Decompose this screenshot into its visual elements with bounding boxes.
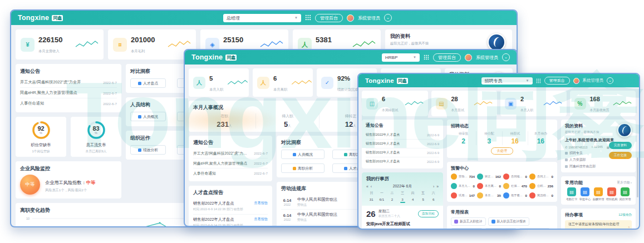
- warning-item[interactable]: 合同续签预警 0: [503, 173, 527, 180]
- sparkline: [613, 100, 632, 108]
- view-report-link[interactable]: 查看报告: [254, 217, 268, 222]
- warning-item[interactable]: 劳动合同到期 734: [451, 173, 475, 180]
- warning-item[interactable]: 试用期到期人员 147: [451, 192, 475, 199]
- function-item[interactable]: ▤ 岗位管理: [618, 187, 632, 201]
- avatar[interactable]: [617, 123, 632, 137]
- stat-card: ¥ 226150 本月主营收入: [16, 29, 104, 59]
- calendar-day[interactable]: 5: [418, 197, 429, 203]
- analysis-button[interactable]: 人才盘点: [130, 78, 166, 88]
- calendar-day[interactable]: 6/1: [377, 197, 387, 203]
- notice-panel: 通知公告 销售部2022年人才盘点 2022-6-9 销售部2022年人才盘点 …: [362, 120, 443, 168]
- calendar-day[interactable]: 31: [366, 197, 377, 203]
- report-chip[interactable]: 离职人员统计: [451, 228, 483, 230]
- warning-item[interactable]: 公积金未缴人员 236: [529, 183, 553, 189]
- admin-console-button[interactable]: 管理后台: [433, 53, 461, 62]
- role-select[interactable]: 招聘专员▼: [481, 77, 533, 85]
- scrollbar[interactable]: [637, 157, 638, 197]
- chevron-down-icon: ▼: [294, 16, 298, 19]
- calendar-day[interactable]: 2: [387, 197, 397, 203]
- donut-gauge: 83%: [86, 120, 107, 141]
- common-reports-panel: 常用报表 新员工入职统计 新入职员工统计报表 离职人员统计: [447, 206, 557, 230]
- warning-item[interactable]: 社保未缴纳人员 470: [503, 183, 527, 189]
- calendar-lunar: 农历五月二十八: [378, 214, 400, 219]
- notice-panel: 通知公告 开工大吉!同鑫科技2022"虎"力全开 2022-6-7 同鑫eHR,…: [189, 136, 272, 181]
- calendar-event-title[interactable]: 安排java开发工程师面试: [366, 221, 439, 227]
- analysis-button[interactable]: 离职分析: [281, 163, 325, 173]
- add-schedule-button[interactable]: 添加日程: [418, 210, 439, 217]
- todo-item[interactable]: 张三申请发起财务报销|等待您处理 2022-6-9 15:39:35 ›: [565, 220, 632, 230]
- profile-action-button[interactable]: 工作交接: [609, 152, 632, 159]
- apps-grid-icon[interactable]: [305, 13, 311, 23]
- calendar-next-month-button[interactable]: ›: [433, 185, 434, 189]
- calendar-day[interactable]: 3: [397, 197, 408, 203]
- notice-item[interactable]: 销售部2022年人才盘点 2022-6-9: [366, 131, 439, 140]
- overview-unit: 人: [288, 124, 291, 127]
- user-avatar[interactable]: [465, 54, 472, 61]
- report-chip[interactable]: 新员工入职统计: [451, 217, 486, 226]
- notice-item[interactable]: 同鑫eHR,聚焦人力资源管理痛点 2022-6-7: [193, 158, 268, 168]
- sparkline: [168, 39, 191, 49]
- weekday-label: 三: [397, 191, 408, 196]
- function-item[interactable]: ▤ 薪酬管理: [592, 187, 605, 201]
- notice-item[interactable]: 人事任命通知 2022-6-7: [193, 168, 268, 178]
- role-select[interactable]: 总经理▼: [223, 14, 301, 22]
- stat-icon: ▤: [436, 98, 448, 110]
- warning-item[interactable]: 简历待确认 0: [529, 192, 553, 199]
- recruit-value: 2: [451, 137, 476, 145]
- view-report-link[interactable]: 查看报告: [254, 201, 268, 206]
- function-item[interactable]: ▤ 考勤打卡: [565, 187, 578, 201]
- user-avatar[interactable]: [573, 78, 579, 84]
- analysis-button[interactable]: 人员概况: [130, 112, 166, 121]
- report-chip[interactable]: 新入职员工统计报表: [488, 217, 529, 226]
- notice-item[interactable]: 同鑫eHR,聚焦人力资源管理痛点 2022-6-7: [20, 88, 117, 98]
- warning-item[interactable]: 本月转正人员 35: [477, 192, 501, 199]
- warning-item[interactable]: 低于最低工资人员 0: [503, 192, 527, 199]
- notice-text: 同鑫eHR,聚焦人力资源管理痛点: [193, 161, 247, 166]
- warning-value: 0: [525, 194, 527, 197]
- handle-now-button[interactable]: 去处理: [491, 147, 514, 155]
- report-chip[interactable]: 人员结构分析: [485, 228, 517, 230]
- function-item[interactable]: ▤ 审批中心: [578, 187, 592, 201]
- notice-item[interactable]: 开工大吉!同鑫科技2022"虎"力全开 2022-6-7: [193, 148, 268, 158]
- apps-grid-icon[interactable]: [424, 52, 429, 62]
- notice-item[interactable]: 人事任命通知 2022-6-7: [20, 98, 117, 108]
- notice-item[interactable]: 销售部2022年人才盘点 2022-6-9: [366, 157, 439, 166]
- analysis-button[interactable]: 人员概况: [281, 150, 325, 159]
- admin-console-button[interactable]: 管理后台: [315, 14, 343, 22]
- brand-logo-cn: 同鑫: [225, 54, 237, 61]
- notice-item[interactable]: 销售部2022年人才盘点 2022-6-9: [366, 148, 439, 157]
- calendar-day-number: 31: [370, 197, 373, 201]
- notice-date: 2022-6-9: [427, 133, 439, 137]
- calendar-day[interactable]: 4: [407, 197, 418, 203]
- user-avatar[interactable]: [347, 14, 354, 22]
- more-functions-link[interactable]: 更多功能 ›: [617, 180, 632, 185]
- calendar-prev-month-button[interactable]: ‹: [371, 185, 372, 189]
- window-recruiter-dashboard: Tongxine 同鑫 招聘专员▼ 管理后台 系统管理员 ⌄ ◫ 6 本周待面试…: [357, 73, 640, 230]
- analysis-button[interactable]: 绩效分析: [130, 145, 166, 155]
- todo-count-link[interactable]: 12项待办: [618, 212, 632, 217]
- report-chip[interactable]: 人员流动分析: [519, 228, 550, 230]
- todo-panel: 待办事项 12项待办 张三申请发起财务报销|等待您处理 2022-6-9 15:…: [561, 209, 636, 230]
- todo-title: 待办事项: [565, 212, 583, 218]
- collapse-circle-icon[interactable]: ⌄: [384, 14, 392, 22]
- warning-label: 社保未缴纳人员: [511, 184, 520, 188]
- collapse-circle-icon[interactable]: ⌄: [502, 53, 510, 61]
- calendar-prev-year-button[interactable]: «: [366, 185, 368, 189]
- function-item[interactable]: ▤ 组织机构: [605, 187, 618, 201]
- notice-item[interactable]: 开工大吉!同鑫科技2022"虎"力全开 2022-6-7: [20, 77, 117, 88]
- warning-title: 预警中心: [451, 165, 553, 171]
- warning-item[interactable]: 本月离职人员 0: [477, 183, 501, 189]
- profile-action-button[interactable]: 完善资料: [609, 142, 632, 149]
- notice-item[interactable]: 销售部2022年人才盘点 2022-6-9: [366, 140, 439, 148]
- apps-grid-icon[interactable]: [536, 76, 541, 86]
- recruit-label: 待审批: [451, 131, 476, 136]
- collapse-circle-icon[interactable]: ⌄: [607, 77, 613, 84]
- warning-item[interactable]: 合同上限预警 0: [529, 173, 553, 180]
- warning-item[interactable]: 转正合同预警 162: [477, 173, 501, 180]
- warning-item[interactable]: 本月入职人员 0: [451, 183, 475, 189]
- badge-icon: ⌗: [591, 145, 593, 148]
- calendar-day[interactable]: 6: [428, 197, 439, 203]
- calendar-next-year-button[interactable]: »: [436, 185, 439, 189]
- role-select[interactable]: HRBP▼: [382, 53, 420, 62]
- admin-console-button[interactable]: 管理后台: [544, 77, 570, 85]
